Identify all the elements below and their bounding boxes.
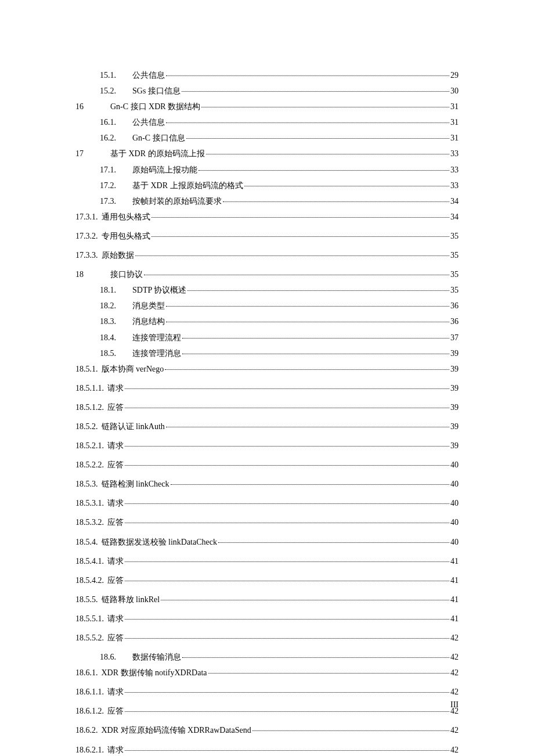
toc-title: XDR 数据传输 notifyXDRData (102, 666, 207, 679)
toc-leader-dots (182, 348, 449, 354)
toc-entry: 15.2.SGs 接口信息30 (75, 84, 459, 98)
toc-page: 15.1.公共信息2915.2.SGs 接口信息3016Gn-C 接口 XDR … (0, 0, 534, 756)
toc-page-number: 31 (450, 131, 459, 145)
toc-title: 请求 (107, 612, 124, 625)
toc-page-number: 35 (450, 229, 459, 243)
toc-number: 18 (75, 268, 84, 281)
toc-number: 18.5.5. (75, 593, 98, 606)
toc-leader-dots (187, 285, 449, 291)
toc-entry: 18.5.1.版本协商 verNego39 (75, 362, 459, 376)
toc-number: 16.2. (100, 131, 116, 145)
toc-title: 按帧封装的原始码流要求 (132, 195, 222, 208)
toc-number: 17.3. (100, 195, 116, 208)
toc-entry: 18接口协议35 (75, 268, 459, 281)
toc-page-number: 35 (450, 283, 459, 297)
toc-page-number: 42 (450, 631, 459, 645)
toc-entry: 18.5.1.1.请求39 (75, 381, 459, 395)
toc-number: 17 (75, 147, 84, 160)
toc-leader-dots (166, 316, 449, 323)
toc-title: 链路数据发送校验 linkDataCheck (102, 535, 217, 549)
toc-page-number: 42 (450, 666, 459, 679)
toc-entry: 18.5.连接管理消息39 (75, 347, 459, 360)
toc-title: 请求 (107, 381, 124, 395)
toc-leader-dots (125, 706, 449, 712)
toc-leader-dots (125, 613, 449, 620)
toc-page-number: 41 (450, 555, 459, 568)
toc-title: 请求 (107, 555, 124, 568)
toc-title: 基于 XDR 的原始码流上报 (110, 147, 205, 160)
toc-entry: 18.5.5.链路释放 linkRel41 (75, 593, 459, 606)
toc-title: 应答 (107, 516, 124, 529)
toc-number: 18.2. (100, 299, 116, 312)
toc-page-number: 40 (450, 458, 459, 471)
toc-number: 18.5.3. (75, 477, 98, 491)
toc-entry: 18.5.3.链路检测 linkCheck40 (75, 477, 459, 491)
toc-number: 18.5.2. (75, 420, 98, 433)
toc-title: 应答 (107, 401, 124, 414)
toc-title: Gn-C 接口信息 (132, 131, 185, 145)
toc-list: 15.1.公共信息2915.2.SGs 接口信息3016Gn-C 接口 XDR … (75, 69, 459, 756)
toc-leader-dots (125, 517, 449, 524)
toc-entry: 18.5.2.1.请求39 (75, 439, 459, 452)
toc-number: 17.3.3. (75, 249, 98, 262)
toc-leader-dots (125, 744, 449, 751)
toc-entry: 18.6.1.2.应答42 (75, 704, 459, 718)
toc-entry: 18.6.1.XDR 数据传输 notifyXDRData42 (75, 666, 459, 679)
toc-title: 应答 (107, 458, 124, 471)
toc-page-number: 37 (450, 331, 459, 344)
toc-leader-dots (223, 196, 449, 202)
toc-leader-dots (166, 301, 449, 307)
toc-leader-dots (125, 498, 449, 505)
toc-number: 18.6. (100, 650, 116, 664)
toc-page-number: 31 (450, 116, 459, 129)
toc-entry: 18.5.5.1.请求41 (75, 612, 459, 625)
toc-title: 应答 (107, 704, 124, 718)
toc-number: 18.5.5.2. (75, 631, 104, 645)
toc-leader-dots (171, 478, 449, 485)
toc-title: 链路释放 linkRel (102, 593, 160, 606)
toc-title: 基于 XDR 上报原始码流的格式 (132, 179, 243, 192)
toc-entry: 16Gn-C 接口 XDR 数据结构31 (75, 100, 459, 113)
toc-page-number: 39 (450, 439, 459, 452)
toc-leader-dots (199, 164, 449, 171)
toc-leader-dots (182, 332, 449, 339)
toc-page-number: 34 (450, 195, 459, 208)
toc-page-number: 35 (450, 268, 459, 281)
toc-page-number: 34 (450, 210, 459, 224)
toc-number: 18.5.5.1. (75, 612, 104, 625)
toc-title: 通用包头格式 (102, 210, 150, 224)
toc-page-number: 42 (450, 723, 459, 737)
toc-entry: 16.2.Gn-C 接口信息31 (75, 131, 459, 145)
toc-entry: 18.6.2.1.请求42 (75, 743, 459, 756)
toc-leader-dots (151, 211, 450, 218)
toc-leader-dots (166, 421, 449, 427)
toc-page-number: 35 (450, 249, 459, 262)
toc-entry: 17.3.按帧封装的原始码流要求34 (75, 195, 459, 208)
toc-leader-dots (182, 85, 449, 92)
toc-page-number: 40 (450, 477, 459, 491)
toc-leader-dots (218, 537, 449, 543)
toc-page-number: 39 (450, 381, 459, 395)
toc-leader-dots (252, 725, 449, 732)
toc-number: 16.1. (100, 116, 116, 129)
toc-entry: 18.5.5.2.应答42 (75, 631, 459, 645)
toc-title: 链路认证 linkAuth (102, 420, 165, 433)
toc-entry: 17基于 XDR 的原始码流上报33 (75, 147, 459, 160)
toc-page-number: 31 (450, 100, 459, 113)
toc-title: 公共信息 (132, 116, 165, 129)
toc-leader-dots (125, 459, 449, 466)
toc-entry: 18.5.2.2.应答40 (75, 458, 459, 471)
toc-number: 18.6.1.1. (75, 685, 104, 699)
toc-title: 应答 (107, 574, 124, 587)
toc-entry: 18.5.4.1.请求41 (75, 555, 459, 568)
page-number: III (450, 700, 459, 710)
toc-number: 18.6.1. (75, 666, 98, 679)
toc-number: 18.5.4. (75, 535, 98, 549)
toc-title: Gn-C 接口 XDR 数据结构 (110, 100, 200, 113)
toc-title: 应答 (107, 631, 124, 645)
toc-number: 17.1. (100, 163, 116, 177)
toc-entry: 17.3.1.通用包头格式34 (75, 210, 459, 224)
toc-entry: 17.3.2.专用包头格式35 (75, 229, 459, 243)
toc-title: 数据传输消息 (132, 650, 181, 664)
toc-title: 连接管理消息 (132, 347, 181, 360)
